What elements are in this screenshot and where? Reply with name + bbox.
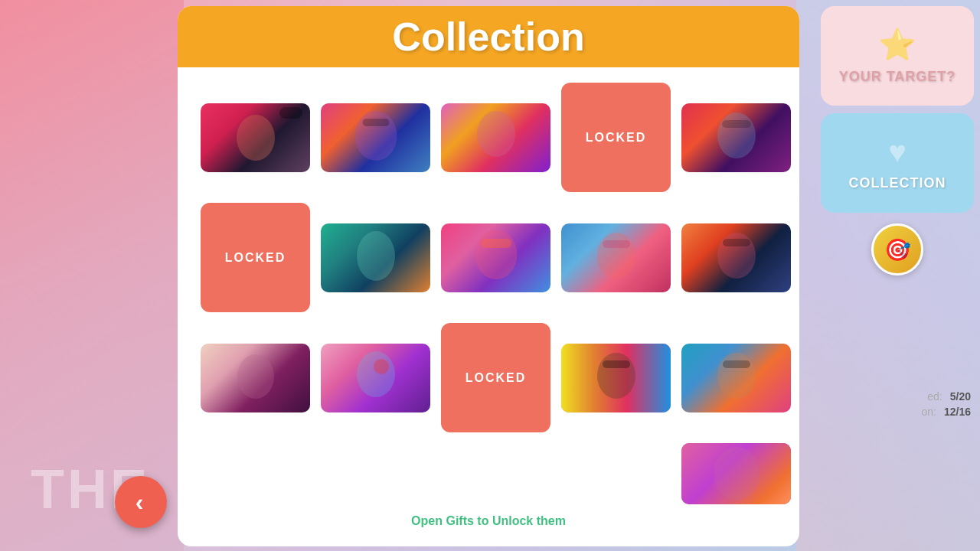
collection-sidebar-label: COLLECTION [849, 175, 946, 191]
target-card[interactable]: ⭐ YOUR TARGET? [821, 6, 974, 106]
locked-item-1[interactable]: LOCKED [561, 83, 671, 192]
panel-header: Collection [178, 6, 799, 67]
panel-title: Collection [392, 14, 584, 60]
stat-label-2: on: [921, 406, 936, 418]
collection-item-11[interactable] [201, 344, 310, 412]
collection-item-10[interactable] [681, 223, 791, 292]
stat-value-1: 5/20 [950, 390, 971, 403]
collection-item-16[interactable] [681, 443, 791, 504]
collection-item-5[interactable] [681, 103, 791, 172]
collection-item-3[interactable] [441, 103, 550, 172]
badge-icon[interactable]: 🎯 [871, 223, 923, 276]
stats-area: ed: 5/20 on: 12/16 [821, 390, 974, 421]
collection-item-2[interactable] [321, 103, 430, 172]
right-sidebar: ⭐ YOUR TARGET? ♥ COLLECTION 🎯 ed: 5/20 o… [821, 6, 974, 421]
grid-row-2: LOCKED [201, 203, 776, 312]
collection-card[interactable]: ♥ COLLECTION [821, 113, 974, 213]
stat-row-2: on: 12/16 [821, 406, 971, 418]
collection-item-15[interactable] [681, 344, 791, 412]
target-label: YOUR TARGET? [839, 69, 956, 85]
panel-body: LOCKED LOCKED [178, 67, 799, 530]
collection-panel: Collection [178, 6, 799, 546]
back-arrow-icon: ‹ [136, 488, 144, 517]
grid-row-4 [201, 443, 776, 504]
badge-symbol: 🎯 [884, 237, 911, 262]
grid-row-1: LOCKED [201, 83, 776, 192]
stat-row-1: ed: 5/20 [821, 390, 971, 403]
grid-row-3: LOCKED [201, 323, 776, 432]
stat-value-2: 12/16 [944, 406, 971, 418]
stat-label-1: ed: [927, 390, 942, 403]
collection-item-14[interactable] [561, 344, 671, 412]
collection-item-9[interactable] [561, 223, 671, 292]
collection-item-12[interactable] [321, 344, 430, 412]
locked-item-2[interactable]: LOCKED [201, 203, 310, 312]
collection-item-1[interactable] [201, 103, 310, 172]
unlock-text[interactable]: Open Gifts to Unlock them [411, 514, 566, 528]
star-icon: ⭐ [878, 27, 916, 63]
collection-item-7[interactable] [321, 223, 430, 292]
locked-item-3[interactable]: LOCKED [441, 323, 550, 432]
back-button[interactable]: ‹ [115, 476, 167, 528]
collection-item-8[interactable] [441, 223, 550, 292]
heart-icon: ♥ [888, 135, 906, 169]
